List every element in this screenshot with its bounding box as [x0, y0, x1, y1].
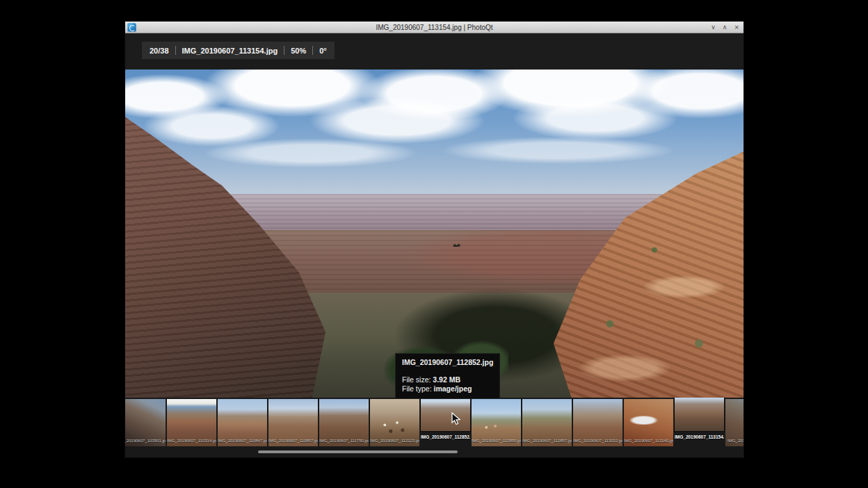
- window-controls: ∨ ∧ ×: [711, 22, 739, 33]
- thumbnail-item-hovered[interactable]: IMG_20190607_112852.jpg: [421, 399, 470, 452]
- zoom-level: 50%: [291, 47, 306, 55]
- tooltip-filetype-row: File type: image/jpeg: [402, 384, 493, 393]
- main-image[interactable]: [125, 70, 744, 398]
- thumbnail-item[interactable]: IMG_20190607_113032.jpg: [573, 399, 622, 452]
- thumbnail-item[interactable]: IMG_20190607_110314.jpg: [167, 399, 216, 452]
- thumbnail-item[interactable]: IMG_20190607_110857.jpg: [268, 399, 318, 452]
- arrow-cursor-icon: [451, 412, 462, 429]
- thumbnail-item[interactable]: IMG_20190607_103501.jpg: [125, 399, 166, 452]
- thumbnail-item[interactable]: IMG_20190607_110847.jpg: [218, 399, 267, 452]
- thumbnail-label: IMG_20190607_113154.jpg: [675, 434, 724, 439]
- thumbnail-label: IMG_20190607_113140.jpg: [624, 439, 673, 443]
- maximize-button[interactable]: ∧: [723, 22, 728, 33]
- current-image-filename: IMG_20190607_113154.jpg: [182, 47, 278, 55]
- thumbnail-label: IMG_20190607_113032.jpg: [573, 439, 622, 443]
- thumbnail-strip: IMG_20190607_103501.jpg IMG_20190607_110…: [125, 398, 744, 457]
- thumbnail-label: IMG_20190607_112857.jpg: [522, 439, 572, 443]
- thumbnail-label: IMG_20190607_110847.jpg: [218, 439, 267, 443]
- titlebar[interactable]: IMG_20190607_113154.jpg | PhotoQt ∨ ∧ ×: [125, 22, 744, 33]
- thumbnail-item[interactable]: IMG_201906: [725, 399, 744, 452]
- minimize-button[interactable]: ∨: [711, 22, 716, 33]
- thumbnail-label: IMG_20190607_111750.jpg: [319, 439, 369, 443]
- separator: [175, 46, 176, 55]
- thumbnail-label: IMG_20190607_112852.jpg: [421, 434, 470, 439]
- tooltip-filetype-value: image/jpeg: [434, 384, 472, 393]
- tooltip-filename: IMG_20190607_112852.jpg: [402, 358, 493, 367]
- thumbnail-label: IMG_20190607_110314.jpg: [167, 439, 216, 443]
- separator: [284, 46, 284, 55]
- thumbnail-item[interactable]: IMG_20190607_112123.jpg: [370, 399, 419, 452]
- window-title: IMG_20190607_113154.jpg | PhotoQt: [125, 24, 744, 31]
- position-counter: 20/38: [150, 47, 169, 55]
- rotation-angle: 0°: [319, 47, 327, 55]
- close-button[interactable]: ×: [734, 22, 739, 33]
- tooltip-filesize-value: 3.92 MB: [433, 375, 460, 384]
- tooltip-filesize-row: File size: 3.92 MB: [402, 375, 493, 384]
- thumbnail-image: [421, 398, 470, 431]
- photoqt-window: IMG_20190607_113154.jpg | PhotoQt ∨ ∧ × …: [125, 22, 744, 457]
- thumbnail-label: IMG_20190607_112855.jpg: [472, 439, 521, 443]
- photoqt-logo-icon: [127, 23, 136, 32]
- horizontal-scrollbar-thumb[interactable]: [258, 450, 458, 453]
- thumbnail-label: IMG_20190607_110857.jpg: [268, 439, 318, 443]
- thumbnail-tooltip: IMG_20190607_112852.jpg File size: 3.92 …: [396, 354, 499, 398]
- thumbnail-label: IMG_20190607_103501.jpg: [125, 439, 166, 443]
- thumbnail-image: [675, 398, 724, 431]
- thumbnail-item-current[interactable]: IMG_20190607_113154.jpg: [675, 399, 724, 452]
- thumbnail-item[interactable]: IMG_20190607_112855.jpg: [472, 399, 521, 452]
- tooltip-filesize-label: File size:: [402, 375, 433, 384]
- thumbnail-item[interactable]: IMG_20190607_112857.jpg: [522, 399, 572, 452]
- thumbnail-item[interactable]: IMG_20190607_111750.jpg: [319, 399, 369, 452]
- thumbnail-label: IMG_201906: [725, 439, 744, 443]
- thumbnail-item[interactable]: IMG_20190607_113140.jpg: [624, 399, 673, 452]
- thumbnail-row: IMG_20190607_103501.jpg IMG_20190607_110…: [125, 399, 744, 452]
- tooltip-filetype-label: File type:: [402, 384, 434, 393]
- thumbnail-label: IMG_20190607_112123.jpg: [370, 439, 419, 443]
- separator: [312, 46, 313, 55]
- image-info-bar: 20/38 IMG_20190607_113154.jpg 50% 0°: [142, 42, 335, 59]
